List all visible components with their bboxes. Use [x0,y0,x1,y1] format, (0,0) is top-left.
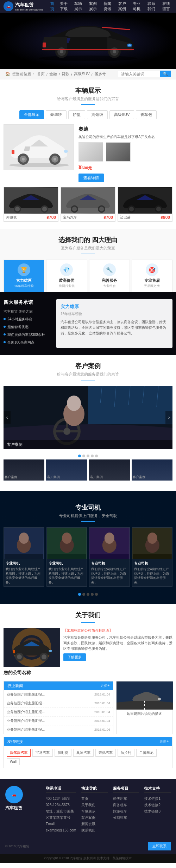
footer-service-4[interactable]: 长期租车 [113,815,139,821]
footer-nav-6[interactable]: 联系我们 [81,827,108,834]
grid-car2-price: ¥700 [103,215,113,220]
footer-copyright-short: © 2018 汽车租赁 [5,844,29,849]
footer-service-2[interactable]: 商务租车 [113,802,139,808]
link-tag-1[interactable]: 沃尔沃汽车 [7,749,31,757]
client-thumbnails: 客户案例 客户案例 客户案例 客户案例 [0,459,176,484]
news-date-4: 2018.01.04 [94,719,110,723]
client-thumb-1[interactable]: 客户案例 [4,459,44,481]
footer-tech-3[interactable]: 技术链接3 [144,808,171,815]
link-tag-2[interactable]: 宝马汽车 [32,749,53,757]
client-dot-3[interactable] [87,455,89,457]
client-thumb-2[interactable]: 客户案例 [46,459,87,481]
link-tag-8[interactable]: Wall [7,758,20,765]
client-dot-5[interactable] [95,455,98,457]
links-title: 友情链接 [7,739,23,744]
vehicle-card-img-1 [4,187,58,214]
svg-point-6 [60,50,63,53]
footer-nav-1[interactable]: 首页 [81,796,108,802]
breadcrumb-item-2[interactable]: 金融 [49,71,57,77]
link-tag-4[interactable]: 奥迪汽车 [73,749,94,757]
footer-service-col: 服务项目 婚庆用车 商务租车 旅游租车 长期租车 [113,786,139,834]
driver-dot-1[interactable] [78,593,81,596]
hero-car-svg [32,18,144,64]
footer-contact-button[interactable]: 立即联系 [148,842,171,850]
filter-hotel[interactable]: 宾馆级 [87,110,108,119]
nav-item-news[interactable]: 新闻资讯 [103,1,114,12]
nav-item-vehicles[interactable]: 车辆展示 [74,1,85,12]
links-more[interactable]: 更多+ [159,739,169,744]
client-main-overlay: 客户案例 [4,440,172,449]
link-tag-5[interactable]: 奔驰汽车 [95,749,116,757]
client-thumb-3[interactable]: 客户案例 [89,459,130,481]
clients-title: 客户案例 给与客户最满意的服务是我们的宗旨 [0,355,176,382]
client-dot-4[interactable] [91,455,94,457]
svg-rect-61 [90,554,129,559]
nav-item-home[interactable]: 首页 [50,1,56,12]
promise-item-4: 全国100余家网点 [4,340,53,345]
drivers-title: 专业司机 专业司机提供上门服务，安全驾驶 [0,496,176,524]
link-tag-6[interactable]: 法拉利 [118,749,134,757]
why-card-4[interactable]: 🎯 专业售后 无后顾之忧 [132,260,172,292]
driver-dot-2[interactable] [82,593,85,596]
client-scene-svg [4,386,172,449]
why-card-3[interactable]: 🔧 完善服务 专业组合 [89,260,130,292]
footer-service-1[interactable]: 婚庆用车 [113,796,139,802]
nav-item-contact[interactable]: 联系我们 [147,1,158,12]
news-title-5: 业务范围介绍主题汇报标题 [7,727,45,732]
about-content: 您的公司名称 【加粗标红的公司简介标题语】 汽车租赁是综合型服务公司，汽车租赁公… [0,625,176,681]
driver-dot-4[interactable] [91,593,94,596]
why-card-1[interactable]: 🏆 实力雄厚 16年租车经验 [4,260,44,292]
nav-item-about[interactable]: 关于下载 [60,1,70,12]
search-button[interactable]: 🔍 [160,71,171,77]
breadcrumb-item-1[interactable]: 首页 [37,71,45,77]
link-tag-3[interactable]: 保时捷 [55,749,71,757]
nav-item-cases[interactable]: 案例展示 [89,1,100,12]
driver-name-3: 专业司机 [91,561,128,566]
car-detail-button[interactable]: 查看详情 [78,174,104,182]
copyright-bar: Copyright © 2018 汽车租赁 版权所有 技术支持：某某网络技术 [0,854,176,863]
clients-heading: 客户案例 [0,362,176,370]
filter-luxury[interactable]: 豪华轿 [46,110,67,119]
carousel-prev-button[interactable]: ‹ [4,411,11,424]
breadcrumb-item-5[interactable]: 省乡号 [94,71,106,77]
client-dot-1[interactable] [78,455,81,457]
about-title: 关于我们 [0,604,176,625]
footer-service-3[interactable]: 旅游租车 [113,808,139,815]
nav-item-drivers[interactable]: 专业司机 [133,1,143,12]
car-thumb-2 [106,142,131,162]
driver-dot-5[interactable] [95,593,98,596]
footer-email: Email: example@163.com [46,821,76,834]
footer-tech-1[interactable]: 技术链接1 [144,796,171,802]
links-box: 友情链接 更多+ 沃尔沃汽车 宝马汽车 保时捷 奥迪汽车 奔驰汽车 法拉利 兰博… [4,737,172,768]
filter-special[interactable]: 香车包 [136,110,157,119]
footer-tech-2[interactable]: 技术链接2 [144,802,171,808]
link-tag-7[interactable]: 兰博基尼 [136,749,157,757]
about-more-button[interactable]: 了解更多 [63,653,86,661]
driver-dot-3[interactable] [87,593,89,596]
driver2-svg [47,528,87,559]
filter-suv[interactable]: 高级SUV [109,110,134,119]
promise-dot-4 [4,341,6,343]
search-input[interactable] [118,71,160,77]
nav-item-clients[interactable]: 客户案例 [118,1,129,12]
footer-nav-3[interactable]: 车辆展示 [81,808,108,815]
filter-sedan[interactable]: 轿型 [68,110,85,119]
news-more-link[interactable]: 更多+ [100,683,109,688]
carousel-next-button[interactable]: › [165,411,172,424]
svg-point-17 [54,158,56,161]
client-dot-2[interactable] [82,455,85,457]
nav-item-message[interactable]: 在线留言 [162,1,173,12]
about-section: 关于我们 您的公司名称 [0,604,176,779]
driver-card-1: 专业司机 我们的专业司机均经过严格培训，持证上岗，为您提供安全舒适的出行服务。 [4,527,44,587]
why-card-2[interactable]: 💎 质高价优 比同行业低 [46,260,87,292]
breadcrumb-item-3[interactable]: 贷款 [62,71,69,77]
promise-left: 四大服务承诺 汽车租赁 体验之旅 24小时服务待命 超值套餐优惠 我们提供的车型… [4,299,53,348]
footer-nav-2[interactable]: 关于我们 [81,802,108,808]
filter-all[interactable]: 全部展示 [19,110,44,119]
vehicle-main: 奥迪 奥迪公司的所有生产的汽车都是以字母A开头命名 ¥600元 查看详情 [4,124,172,184]
client-thumb-4[interactable]: 客户案例 [132,459,172,481]
footer-nav-4[interactable]: 客户案例 [81,815,108,821]
breadcrumb-item-4[interactable]: 高级SUV [74,71,90,77]
driver-name-2: 专业司机 [49,561,85,566]
footer-nav-5[interactable]: 新闻资讯 [81,821,108,827]
